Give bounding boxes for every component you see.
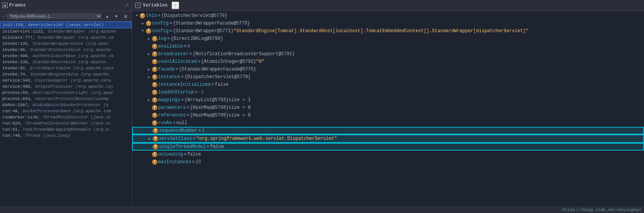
info-icon: f — [152, 44, 157, 49]
thread-selector: ✓ *http-nio-8080-exec-1... ▲ ▼ ⊞ — [0, 11, 132, 21]
var-row[interactable]: favailable = 0 — [132, 43, 644, 50]
frame-item[interactable]: invoke:96, StandardContextValve (org.apa… — [0, 47, 132, 53]
var-name: unloading — [158, 152, 183, 157]
expand-btn[interactable]: ▼ — [134, 13, 140, 19]
var-name: facade — [158, 67, 175, 72]
frame-item[interactable]: init:158, GenericServlet (javax.servlet) — [0, 21, 132, 28]
thread-filter-btn[interactable]: ⊞ — [122, 12, 129, 20]
expand-btn[interactable]: ▼ — [140, 28, 146, 34]
info-icon: f — [152, 82, 157, 87]
var-row[interactable]: freferences = {HashMap@5799} size = 0 — [132, 111, 644, 119]
info-icon: f — [152, 67, 157, 72]
variables-add-btn[interactable]: + — [172, 2, 179, 9]
var-name: this — [146, 13, 157, 18]
var-name: servletClass — [159, 136, 192, 141]
frame-item[interactable]: initServlet:1122, StandardWrapper (org.a… — [0, 28, 132, 34]
info-icon: f — [152, 51, 157, 57]
expand-btn[interactable]: ▶ — [140, 20, 146, 26]
var-row[interactable]: fmaxInstances = 20 — [132, 158, 644, 166]
var-name: runAs — [158, 120, 172, 126]
variables-list: ▼fthis = {DispatcherServlet@5770}▶fconfi… — [132, 11, 644, 206]
info-icon: f — [153, 128, 158, 133]
info-icon: f — [152, 97, 157, 103]
frames-title: Frames — [9, 3, 120, 8]
info-icon: f — [153, 144, 158, 149]
thread-dropdown[interactable]: *http-nio-8080-exec-1... — [7, 13, 102, 19]
frame-item[interactable]: run:61, TaskThread$WrappingRunnable (org… — [0, 126, 132, 133]
variables-header: ≡ Variables + — [132, 0, 644, 11]
var-row[interactable]: frunAs = null — [132, 119, 644, 127]
var-name: config — [152, 21, 168, 26]
expand-btn[interactable]: ▶ — [147, 136, 153, 142]
frame-item[interactable]: invoke:139, StandardHostValve (org.apach… — [0, 59, 132, 65]
info-icon: f — [140, 13, 145, 18]
expand-btn[interactable]: ▶ — [146, 74, 152, 80]
var-row[interactable]: ▶fbroadcaster = {NotificationBroadcaster… — [132, 50, 644, 58]
var-row[interactable]: ▼fthis = {DispatcherServlet@5770} — [132, 12, 644, 20]
frame-item[interactable]: invoke:74, StandardEngineValve (org.apac… — [0, 71, 132, 77]
info-icon: f — [152, 152, 157, 157]
info-icon: f — [152, 159, 157, 165]
variables-title: Variables — [143, 3, 168, 8]
frame-item[interactable]: runWorker:1149, ThreadPoolExecutor (java… — [0, 114, 132, 120]
frame-item[interactable]: process:66, AbstractProcessorLight (org.… — [0, 90, 132, 96]
frame-item[interactable]: doRun:1587, NioEndpoint$SocketProcessor … — [0, 102, 132, 108]
var-row[interactable]: ▶fservletClass = "org.springframework.we… — [132, 134, 644, 143]
variables-panel-icon: ≡ — [135, 3, 141, 8]
var-row[interactable]: fsingleThreadModel = false — [132, 143, 644, 151]
frame-item[interactable]: invoke:92, ErrorReportValve (org.apache.… — [0, 65, 132, 71]
expand-btn[interactable]: ▶ — [146, 66, 152, 72]
var-row[interactable]: fcountAllocated = {AtomicInteger@5792} "… — [132, 58, 644, 66]
expand-btn[interactable]: ▶ — [146, 36, 152, 42]
var-row[interactable]: ▼fconfig = {StandardWrapper@5771} "Stand… — [132, 27, 644, 35]
frames-list: init:158, GenericServlet (javax.servlet)… — [0, 21, 132, 206]
var-row[interactable]: ▶finstance = {DispatcherServlet@5770} — [132, 73, 644, 81]
info-icon: f — [152, 113, 157, 118]
frame-item[interactable]: invoke:490, AuthenticatorBase (org.apach… — [0, 53, 132, 59]
var-name: instance — [158, 74, 180, 80]
frame-item[interactable]: service:408, Http11Processor (org.apache… — [0, 84, 132, 90]
var-name: parameters — [158, 105, 186, 110]
var-name: instanceInitialized — [158, 82, 211, 87]
var-row[interactable]: fsequenceNumber = 2 — [132, 127, 644, 134]
variables-toolbar: + — [172, 2, 179, 9]
var-row[interactable]: finstanceInitialized = false — [132, 81, 644, 88]
var-name: singleThreadModel — [159, 144, 206, 149]
frames-panel-icon: ▣ — [2, 3, 8, 8]
frame-item[interactable]: run:624, ThreadPoolExecutor$Worker (java… — [0, 120, 132, 126]
frame-item[interactable]: allocate:777, StandardWrapper (org.apach… — [0, 34, 132, 41]
frame-item[interactable]: invoke:135, StandardWrapperValve (org.ap… — [0, 41, 132, 47]
var-row[interactable]: ▶flog = {DirectJDKLog@5790} — [132, 35, 644, 43]
frames-panel: ▣ Frames →* ✓ *http-nio-8080-exec-1... ▲… — [0, 0, 132, 206]
thread-check-icon: ✓ — [2, 14, 5, 19]
info-icon: f — [152, 105, 157, 110]
info-icon: f — [152, 36, 157, 41]
frames-add-btn[interactable]: →* — [122, 2, 129, 9]
info-icon: f — [152, 74, 157, 80]
var-name: sequenceNumber — [159, 128, 198, 133]
expand-btn[interactable]: ▶ — [146, 97, 152, 103]
frame-item[interactable]: run:748, Thread (java.lang) — [0, 133, 132, 139]
var-name: log — [158, 36, 167, 41]
var-name: mappings — [158, 97, 180, 103]
footer-bar: https://blog.csdn.net/HoyingHan — [0, 206, 644, 213]
info-icon: f — [146, 28, 151, 34]
var-name: loadOnStartup — [158, 90, 194, 95]
frames-toolbar: →* — [122, 2, 129, 9]
frame-item[interactable]: service:343, CoyoteAdapter (org.apache.c… — [0, 77, 132, 84]
thread-down-btn[interactable]: ▼ — [113, 12, 120, 20]
frame-item[interactable]: process:853, AbstractProtocol$Connection… — [0, 96, 132, 102]
frames-header: ▣ Frames →* — [0, 0, 132, 11]
var-row[interactable]: ▶ffacade = {StandardWrapperFacade@5775} — [132, 66, 644, 73]
info-icon: f — [153, 136, 158, 141]
var-name: countAllocated — [158, 59, 197, 64]
expand-btn[interactable]: ▶ — [146, 51, 152, 57]
var-row[interactable]: floadOnStartup = -1 — [132, 88, 644, 96]
frame-item[interactable]: run:49, SocketProcessorBase (org.apache.… — [0, 108, 132, 114]
var-row[interactable]: fparameters = {HashMap@5798} size = 0 — [132, 104, 644, 111]
var-row[interactable]: ▶fconfig = {StandardWrapperFacade@5775} — [132, 20, 644, 27]
thread-up-btn[interactable]: ▲ — [103, 12, 111, 20]
var-name: broadcaster — [158, 51, 188, 57]
var-row[interactable]: ▶fmappings = {ArrayList@5793} size = 1 — [132, 96, 644, 104]
var-row[interactable]: funloading = false — [132, 151, 644, 158]
